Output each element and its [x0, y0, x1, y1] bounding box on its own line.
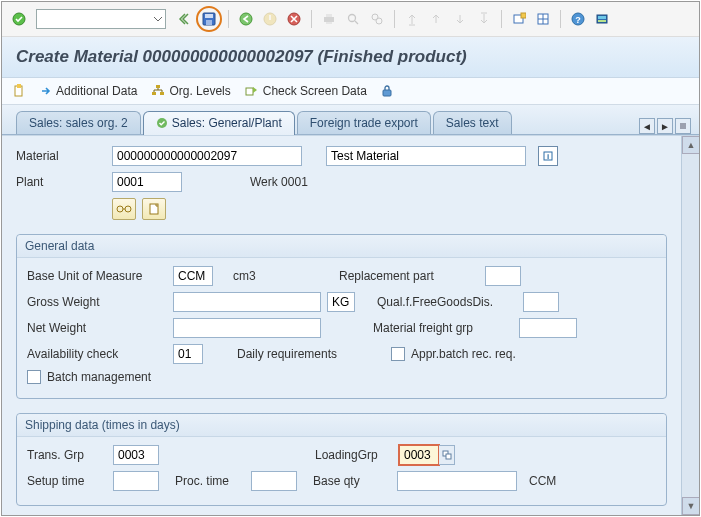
setup-field[interactable] — [113, 471, 159, 491]
tab-scroll-right[interactable]: ► — [657, 118, 673, 134]
glasses-button[interactable] — [112, 198, 136, 220]
replacement-field[interactable] — [485, 266, 521, 286]
plant-label: Plant — [16, 175, 106, 189]
tab-sales-text[interactable]: Sales text — [433, 111, 512, 134]
checkmark-icon — [156, 117, 168, 129]
gui-options-icon[interactable] — [591, 8, 613, 30]
material-desc-field[interactable] — [326, 146, 526, 166]
page-up-icon — [425, 8, 447, 30]
help-icon[interactable]: ? — [567, 8, 589, 30]
check-screen-link[interactable]: Check Screen Data — [245, 84, 367, 98]
tab-nav: ◄ ► — [639, 118, 691, 134]
tab-sales-org-2[interactable]: Sales: sales org. 2 — [16, 111, 141, 134]
tab-sales-general-label: Sales: General/Plant — [172, 116, 282, 130]
form-body: Material i Plant Werk 0001 — [2, 135, 699, 515]
scroll-up-button[interactable]: ▲ — [682, 136, 699, 154]
check-screen-label: Check Screen Data — [263, 84, 367, 98]
batchmgmt-label: Batch management — [47, 370, 151, 384]
document-icon — [12, 84, 26, 98]
baseqty-field[interactable] — [397, 471, 517, 491]
print-icon — [318, 8, 340, 30]
page-title: Create Material 000000000000002097 (Fini… — [16, 47, 685, 67]
apprbatch-checkbox[interactable] — [391, 347, 405, 361]
material-field[interactable] — [112, 146, 302, 166]
svg-point-12 — [376, 18, 382, 24]
svg-rect-24 — [152, 92, 156, 95]
setup-label: Setup time — [27, 474, 107, 488]
tab-sales-general-plant[interactable]: Sales: General/Plant — [143, 111, 295, 135]
chevron-down-icon — [153, 14, 163, 24]
svg-point-28 — [157, 118, 167, 128]
loadgrp-f4-button[interactable] — [439, 445, 455, 465]
svg-rect-7 — [324, 17, 334, 22]
general-data-title: General data — [17, 235, 666, 258]
org-levels-label: Org. Levels — [169, 84, 230, 98]
ok-icon[interactable] — [8, 8, 30, 30]
new-doc-button[interactable] — [12, 84, 26, 98]
svg-text:?: ? — [575, 15, 581, 25]
loadgrp-field[interactable] — [399, 445, 439, 465]
svg-text:i: i — [547, 152, 549, 161]
uom-desc: cm3 — [233, 269, 293, 283]
svg-rect-2 — [205, 14, 213, 18]
svg-rect-23 — [156, 85, 160, 88]
uom-field[interactable] — [173, 266, 213, 286]
gross-unit-field[interactable] — [327, 292, 355, 312]
qualfree-field[interactable] — [523, 292, 559, 312]
title-area: Create Material 000000000000002097 (Fini… — [2, 37, 699, 78]
tab-list-button[interactable] — [675, 118, 691, 134]
page-icon — [149, 203, 159, 215]
svg-rect-9 — [326, 22, 332, 24]
mfg-field[interactable] — [519, 318, 577, 338]
tab-foreign-trade[interactable]: Foreign trade export — [297, 111, 431, 134]
additional-data-link[interactable]: Additional Data — [40, 84, 137, 98]
transgrp-field[interactable] — [113, 445, 159, 465]
transgrp-label: Trans. Grp — [27, 448, 107, 462]
vertical-scrollbar[interactable]: ▲ ▼ — [681, 136, 699, 515]
tab-scroll-left[interactable]: ◄ — [639, 118, 655, 134]
avail-field[interactable] — [173, 344, 203, 364]
shipping-group: Shipping data (times in days) Trans. Grp… — [16, 413, 667, 506]
baseqty-unit: CCM — [529, 474, 556, 488]
batchmgmt-checkbox[interactable] — [27, 370, 41, 384]
svg-point-32 — [125, 206, 131, 212]
additional-data-label: Additional Data — [56, 84, 137, 98]
exit-icon — [259, 8, 281, 30]
glasses-icon — [116, 204, 132, 214]
gross-field[interactable] — [173, 292, 321, 312]
svg-rect-8 — [326, 14, 332, 17]
main-toolbar: ? — [2, 2, 699, 37]
general-data-group: General data Base Unit of Measure cm3 Re… — [16, 234, 667, 399]
net-label: Net Weight — [27, 321, 167, 335]
org-levels-link[interactable]: Org. Levels — [151, 84, 230, 98]
avail-desc: Daily requirements — [237, 347, 371, 361]
gross-label: Gross Weight — [27, 295, 167, 309]
find-icon — [342, 8, 364, 30]
back-icon[interactable] — [235, 8, 257, 30]
qualfree-label: Qual.f.FreeGoodsDis. — [377, 295, 517, 309]
info-icon: i — [542, 150, 554, 162]
nav-first-icon[interactable] — [172, 8, 194, 30]
plant-field[interactable] — [112, 172, 182, 192]
lock-icon — [381, 84, 393, 98]
uom-label: Base Unit of Measure — [27, 269, 167, 283]
svg-rect-20 — [598, 20, 606, 22]
svg-rect-19 — [598, 16, 606, 19]
info-button[interactable]: i — [538, 146, 558, 166]
app-toolbar: Additional Data Org. Levels Check Screen… — [2, 78, 699, 105]
find-next-icon — [366, 8, 388, 30]
svg-rect-14 — [521, 13, 526, 18]
save-button[interactable] — [198, 8, 220, 30]
tab-strip: Sales: sales org. 2 Sales: General/Plant… — [2, 105, 699, 135]
cancel-icon[interactable] — [283, 8, 305, 30]
layout-icon[interactable] — [532, 8, 554, 30]
doc-button[interactable] — [142, 198, 166, 220]
new-session-icon[interactable] — [508, 8, 530, 30]
scroll-down-button[interactable]: ▼ — [682, 497, 699, 515]
mfg-label: Material freight grp — [373, 321, 513, 335]
command-field[interactable] — [36, 9, 166, 29]
proc-field[interactable] — [251, 471, 297, 491]
net-field[interactable] — [173, 318, 321, 338]
org-icon — [151, 85, 165, 97]
lock-button[interactable] — [381, 84, 393, 98]
